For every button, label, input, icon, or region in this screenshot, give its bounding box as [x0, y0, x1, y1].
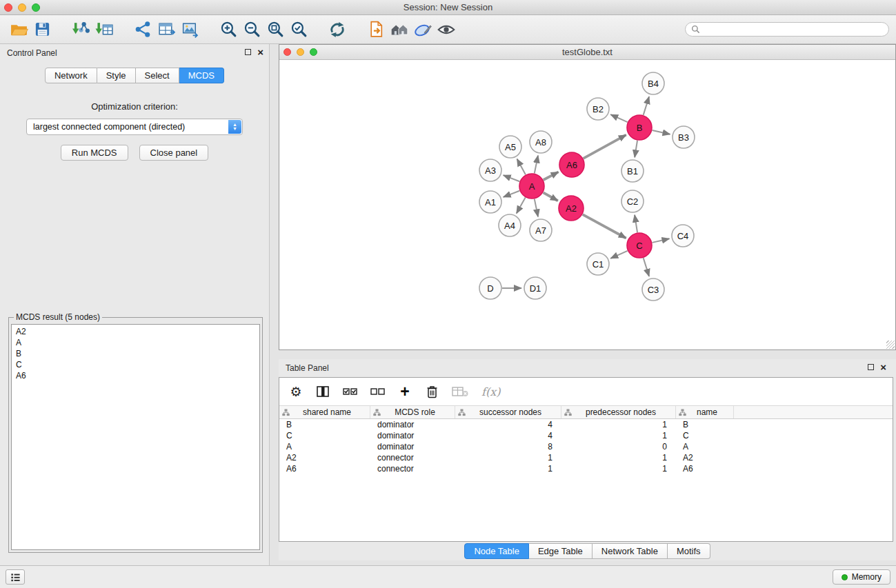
open-file-button[interactable]	[7, 18, 30, 41]
tab-network[interactable]: Network	[45, 68, 97, 83]
float-table-panel-icon[interactable]	[868, 364, 874, 370]
network-edge-B-B4[interactable]	[644, 97, 649, 115]
minimize-window-icon[interactable]	[18, 3, 26, 12]
import-network-button[interactable]	[69, 18, 92, 41]
memory-button[interactable]: Memory	[833, 569, 890, 585]
show-columns-button[interactable]	[316, 383, 330, 400]
network-node-C[interactable]: C	[627, 233, 652, 258]
graphics-details-button[interactable]	[411, 18, 435, 41]
network-canvas[interactable]: B4B2BB3A5A8A6A3B1AA1C2A2A4A7C4CC1DD1C3	[279, 60, 895, 349]
network-edge-A-A8[interactable]	[535, 156, 538, 174]
deselect-all-button[interactable]	[370, 383, 385, 400]
save-session-button[interactable]	[30, 18, 54, 41]
tab-motifs[interactable]: Motifs	[668, 543, 710, 559]
network-node-A1[interactable]: A1	[479, 191, 501, 213]
network-node-A5[interactable]: A5	[499, 136, 521, 158]
tab-style[interactable]: Style	[97, 68, 136, 83]
column-header-successor-nodes[interactable]: successor nodes	[455, 406, 561, 418]
zoom-fit-button[interactable]	[263, 18, 287, 41]
resize-grip[interactable]	[886, 341, 895, 349]
zoom-window-icon[interactable]	[32, 3, 40, 12]
close-table-panel-icon[interactable]: ×	[880, 363, 886, 371]
network-edge-B-B3[interactable]	[653, 130, 670, 134]
optimization-criterion-select[interactable]: largest connected component (directed) ▲…	[26, 119, 243, 135]
network-edge-C-C4[interactable]	[653, 239, 670, 243]
table-row[interactable]: A6connector11A6	[279, 463, 893, 474]
search-input[interactable]	[700, 25, 883, 34]
network-node-A4[interactable]: A4	[499, 214, 521, 236]
zoom-view-icon[interactable]	[310, 48, 317, 56]
table-row[interactable]: Bdominator41B	[279, 419, 893, 430]
network-node-A6[interactable]: A6	[559, 152, 584, 177]
result-item[interactable]: A6	[16, 370, 255, 381]
network-node-B1[interactable]: B1	[621, 160, 644, 182]
network-edge-A-A6[interactable]	[544, 172, 559, 180]
task-history-button[interactable]	[6, 569, 25, 585]
open-session-doc-button[interactable]	[364, 18, 388, 41]
result-item[interactable]: B	[16, 348, 255, 359]
network-node-A3[interactable]: A3	[479, 159, 501, 181]
tab-node-table[interactable]: Node Table	[464, 543, 529, 559]
network-node-B4[interactable]: B4	[642, 72, 664, 94]
run-mcds-button[interactable]: Run MCDS	[61, 145, 128, 161]
result-item[interactable]: C	[16, 359, 255, 370]
table-settings-button[interactable]: ⚙	[289, 383, 303, 400]
network-edge-B-B2[interactable]	[610, 114, 627, 122]
network-edge-C-C2[interactable]	[635, 215, 637, 232]
function-builder-button[interactable]: f(x)	[481, 383, 500, 400]
new-network-button[interactable]	[131, 18, 155, 41]
mcds-result-list[interactable]: A2ABCA6	[11, 324, 260, 550]
result-item[interactable]: A2	[16, 326, 255, 337]
network-node-C4[interactable]: C4	[672, 225, 694, 247]
network-edge-A6-B[interactable]	[584, 135, 626, 159]
show-hide-button[interactable]	[435, 18, 458, 41]
delete-table-button[interactable]	[452, 383, 468, 400]
column-header-shared-name[interactable]: shared name	[279, 406, 370, 418]
network-node-A7[interactable]: A7	[530, 219, 552, 241]
network-node-B[interactable]: B	[627, 115, 652, 140]
minimize-view-icon[interactable]	[297, 48, 304, 56]
zoom-in-button[interactable]	[217, 18, 240, 41]
network-edge-A-A1[interactable]	[504, 191, 520, 197]
network-edge-C-C1[interactable]	[610, 251, 627, 258]
zoom-selected-button[interactable]	[287, 18, 310, 41]
tab-edge-table[interactable]: Edge Table	[529, 543, 593, 559]
create-column-button[interactable]: +	[398, 383, 412, 400]
network-edge-A-A3[interactable]	[504, 175, 520, 181]
close-view-icon[interactable]	[283, 48, 291, 56]
import-table-button[interactable]	[92, 18, 116, 41]
network-node-A8[interactable]: A8	[530, 131, 552, 153]
network-edge-B-B1[interactable]	[635, 141, 637, 157]
column-header-predecessor-nodes[interactable]: predecessor nodes	[561, 406, 676, 418]
network-edge-A-A4[interactable]	[517, 198, 526, 214]
network-edge-A-A5[interactable]	[517, 159, 526, 175]
tab-select[interactable]: Select	[136, 68, 179, 83]
network-node-A2[interactable]: A2	[559, 196, 584, 221]
column-header-name[interactable]: name	[676, 406, 734, 418]
network-node-D1[interactable]: D1	[524, 277, 546, 299]
network-node-C3[interactable]: C3	[642, 278, 664, 301]
network-node-C1[interactable]: C1	[587, 253, 609, 275]
close-window-icon[interactable]	[4, 3, 12, 12]
refresh-layout-button[interactable]	[326, 18, 349, 41]
close-panel-icon[interactable]: ×	[257, 48, 263, 56]
network-table-button[interactable]	[155, 18, 178, 41]
tab-mcds[interactable]: MCDS	[179, 68, 224, 83]
delete-column-button[interactable]	[425, 383, 439, 400]
toolbar-search[interactable]	[685, 22, 889, 37]
select-all-button[interactable]	[343, 383, 357, 400]
table-row[interactable]: A2connector11A2	[279, 452, 893, 463]
column-header-mcds-role[interactable]: MCDS role	[370, 406, 455, 418]
home-networks-button[interactable]	[388, 18, 411, 41]
export-image-button[interactable]	[178, 18, 201, 41]
network-node-D[interactable]: D	[479, 277, 501, 299]
network-node-B3[interactable]: B3	[673, 126, 695, 148]
network-node-A[interactable]: A	[519, 174, 544, 199]
table-row[interactable]: Cdominator41C	[279, 430, 893, 441]
tab-network-table[interactable]: Network Table	[593, 543, 668, 559]
network-node-C2[interactable]: C2	[621, 190, 644, 212]
network-node-B2[interactable]: B2	[587, 98, 609, 120]
network-edge-A-A2[interactable]	[544, 192, 558, 201]
network-edge-A2-C[interactable]	[583, 214, 626, 238]
result-item[interactable]: A	[16, 337, 255, 348]
